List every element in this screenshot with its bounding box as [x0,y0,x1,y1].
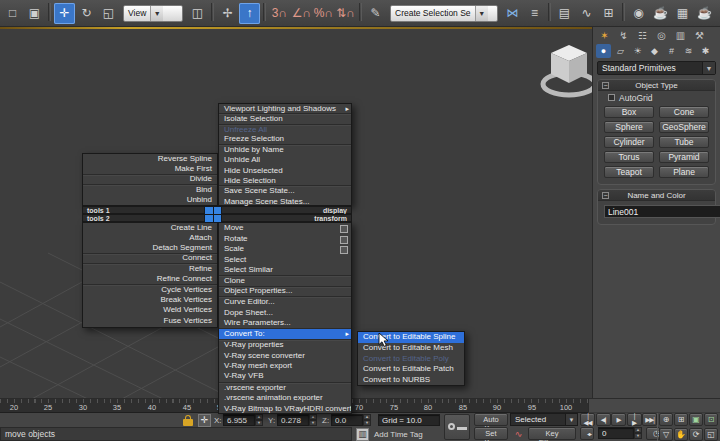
menu-item[interactable]: Reverse Spline [83,154,217,164]
menu-item[interactable]: Cycle Vertices [83,285,217,295]
chevron-down-icon[interactable]: ▼ [475,6,488,21]
object-type-button[interactable]: GeoSphere [659,121,709,133]
snaps-toggle-3d-icon[interactable]: 3∩ [269,3,290,24]
autogrid-checkbox[interactable] [608,94,615,101]
menu-item[interactable]: Hide Selection [219,176,351,186]
object-type-rollout-header[interactable]: − Object Type [598,80,715,91]
tab-hierarchy[interactable]: ☷ [635,28,650,42]
zoom-all-icon[interactable]: ⊞ [674,413,688,426]
zoom-icon[interactable]: ⊕ [659,413,673,426]
select-and-manipulate-icon[interactable]: ✢ [217,3,238,24]
x-coord-spinner[interactable] [255,414,263,426]
y-coord-spinner[interactable] [309,414,317,426]
menu-item[interactable]: Save Scene State... [219,186,351,196]
menu-item[interactable]: Fuse Vertices [83,316,217,326]
toolbar-icon[interactable] [359,3,362,21]
named-selection-sets-dropdown[interactable]: Create Selection Se ▼ [390,5,498,22]
tab-display[interactable]: ▥ [673,28,688,42]
menu-item[interactable]: Object Properties... [219,287,351,298]
chevron-down-icon[interactable]: ▼ [702,62,715,74]
menu-item[interactable]: Curve Editor... [219,297,351,308]
menu-item[interactable]: Bind [83,185,217,195]
menu-item[interactable]: Unbind [83,195,217,205]
spinner-snap-icon[interactable]: ⇅∩ [335,3,356,24]
reference-coordinate-system-dropdown[interactable]: View ▼ [123,5,183,22]
category-cameras-icon[interactable]: ◆ [647,44,662,58]
menu-item[interactable]: Move [219,223,351,234]
rendered-frame-window-icon[interactable]: ▦ [672,3,693,24]
field-of-view-icon[interactable]: ▽ [659,428,673,441]
object-type-button[interactable]: Plane [659,166,709,178]
layer-manager-icon[interactable]: ▤ [554,3,575,24]
toolbar-icon[interactable] [211,3,214,21]
object-type-button[interactable]: Sphere [604,121,654,133]
category-systems-icon[interactable]: ✱ [698,44,713,58]
previous-frame-button[interactable]: ◀| [596,413,611,426]
zoom-extents-icon[interactable]: ▣ [689,413,703,426]
render-production-icon[interactable]: ☕ [694,3,715,24]
current-frame-field[interactable] [598,427,634,439]
toolbar-icon[interactable] [48,3,51,21]
y-coord-field[interactable] [277,414,309,426]
selection-lock-icon[interactable] [183,415,194,426]
toolbar-icon[interactable] [548,3,551,21]
add-time-tag-icon[interactable]: ▥ [356,428,369,441]
edit-named-selection-sets-icon[interactable]: ✎ [365,3,386,24]
select-by-window-icon[interactable]: ▣ [24,3,45,24]
go-to-end-button[interactable]: ▶▶| [642,413,657,426]
key-selection-dropdown[interactable]: Selected ▼ [510,413,578,426]
menu-item[interactable]: Select Similar [219,266,351,277]
tab-create[interactable]: ✶ [597,28,612,42]
viewcube[interactable] [538,41,592,99]
tab-utilities[interactable]: ⚒ [692,28,707,42]
z-coord-field[interactable] [331,414,363,426]
menu-item[interactable]: Dope Sheet... [219,308,351,319]
menu-item[interactable]: Connect [83,254,217,264]
menu-item[interactable]: Unhide by Name [219,145,351,155]
menu-item[interactable]: Convert to NURBS [358,375,464,386]
select-and-scale-icon[interactable]: ◱ [98,3,119,24]
object-name-field[interactable] [604,205,720,218]
chevron-down-icon[interactable]: ▼ [150,6,163,21]
menu-item[interactable]: V-Ray Bitmap to VRayHDRI converter [219,404,351,415]
category-shapes-icon[interactable]: ▱ [613,44,628,58]
object-type-button[interactable]: Box [604,106,654,118]
key-filters-button[interactable]: Key Filters... [528,427,576,440]
key-mode-toggle-icon[interactable]: ◂▸ [580,427,594,440]
go-to-start-button[interactable]: |◀◀ [580,413,595,426]
menu-item[interactable]: .vrscene exporter [219,383,351,394]
select-object-icon[interactable]: □ [2,3,23,24]
tab-modify[interactable]: ↯ [616,28,631,42]
menu-item[interactable]: Convert to Editable Spline [358,332,464,343]
menu-item[interactable]: Rotate [219,234,351,245]
next-frame-button[interactable]: |▶ [627,413,642,426]
menu-item[interactable]: Convert to Editable Poly [358,354,464,365]
menu-item[interactable]: Convert To: [219,329,351,340]
menu-item[interactable]: Convert to Editable Mesh [358,343,464,354]
menu-item[interactable]: Divide [83,175,217,185]
material-editor-icon[interactable]: ◉ [628,3,649,24]
curve-editor-icon[interactable]: ∿ [576,3,597,24]
mirror-icon[interactable]: ⋈ [502,3,523,24]
select-and-move-icon[interactable]: ✛ [54,3,75,24]
auto-key-button[interactable]: Auto Key [474,413,508,426]
menu-item[interactable]: Attach [83,233,217,243]
maximize-viewport-toggle-icon[interactable]: ◱ [704,428,718,441]
percent-snap-icon[interactable]: %∩ [313,3,334,24]
menu-item[interactable]: Make First [83,164,217,174]
set-key-button[interactable]: Set Key [474,427,508,440]
category-helpers-icon[interactable]: # [664,44,679,58]
menu-item[interactable]: Select [219,255,351,266]
schematic-view-icon[interactable]: ⊞ [598,3,619,24]
object-type-button[interactable]: Torus [604,151,654,163]
menu-item[interactable]: Wire Parameters... [219,319,351,330]
subcategory-dropdown[interactable]: Standard Primitives ▼ [597,61,716,75]
menu-item[interactable]: .vrscene animation exporter [219,393,351,404]
menu-item[interactable]: Viewport Lighting and Shadows [219,104,351,114]
set-keys-button[interactable] [444,414,470,440]
play-button[interactable]: ▶ [611,413,626,426]
menu-item[interactable]: Detach Segment [83,244,217,254]
menu-item[interactable]: Weld Vertices [83,305,217,315]
frame-spinner[interactable] [634,427,642,439]
menu-item[interactable]: Create Line [83,223,217,233]
